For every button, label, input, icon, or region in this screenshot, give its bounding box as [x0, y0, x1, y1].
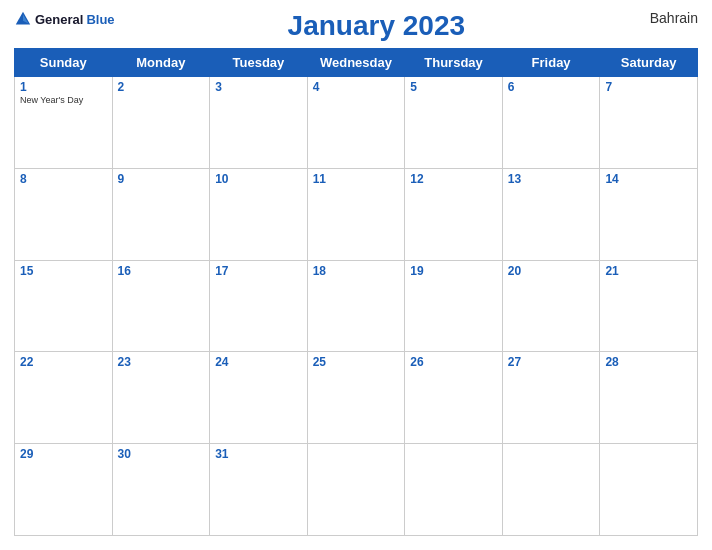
week-row-1: 1New Year's Day234567 [15, 77, 698, 169]
day-header-monday: Monday [112, 49, 210, 77]
day-number: 9 [118, 172, 205, 186]
day-header-friday: Friday [502, 49, 600, 77]
calendar-cell: 21 [600, 260, 698, 352]
calendar-cell: 17 [210, 260, 308, 352]
day-number: 21 [605, 264, 692, 278]
day-number: 28 [605, 355, 692, 369]
calendar-cell: 7 [600, 77, 698, 169]
calendar-cell: 18 [307, 260, 405, 352]
day-number: 4 [313, 80, 400, 94]
week-row-5: 293031 [15, 444, 698, 536]
day-header-tuesday: Tuesday [210, 49, 308, 77]
calendar-cell: 3 [210, 77, 308, 169]
day-number: 2 [118, 80, 205, 94]
calendar-cell: 15 [15, 260, 113, 352]
calendar-cell: 26 [405, 352, 503, 444]
day-number: 23 [118, 355, 205, 369]
week-row-4: 22232425262728 [15, 352, 698, 444]
calendar-table: SundayMondayTuesdayWednesdayThursdayFrid… [14, 48, 698, 536]
day-number: 16 [118, 264, 205, 278]
logo-icon [14, 10, 32, 28]
calendar-cell: 29 [15, 444, 113, 536]
calendar-cell: 9 [112, 168, 210, 260]
calendar-wrapper: General Blue January 2023 Bahrain Sunday… [0, 0, 712, 550]
day-number: 11 [313, 172, 400, 186]
calendar-cell: 11 [307, 168, 405, 260]
days-header-row: SundayMondayTuesdayWednesdayThursdayFrid… [15, 49, 698, 77]
calendar-cell: 6 [502, 77, 600, 169]
logo-area: General Blue [14, 10, 115, 28]
calendar-cell: 2 [112, 77, 210, 169]
calendar-cell: 13 [502, 168, 600, 260]
calendar-cell: 22 [15, 352, 113, 444]
day-number: 13 [508, 172, 595, 186]
day-number: 25 [313, 355, 400, 369]
logo-blue: Blue [86, 12, 114, 27]
holiday-label: New Year's Day [20, 95, 107, 105]
calendar-cell [307, 444, 405, 536]
day-number: 30 [118, 447, 205, 461]
day-number: 19 [410, 264, 497, 278]
day-number: 7 [605, 80, 692, 94]
day-header-saturday: Saturday [600, 49, 698, 77]
country-label: Bahrain [638, 10, 698, 26]
calendar-cell: 20 [502, 260, 600, 352]
calendar-cell: 8 [15, 168, 113, 260]
day-number: 24 [215, 355, 302, 369]
logo-text: General Blue [14, 10, 115, 28]
day-number: 29 [20, 447, 107, 461]
calendar-cell [502, 444, 600, 536]
calendar-cell: 1New Year's Day [15, 77, 113, 169]
day-number: 5 [410, 80, 497, 94]
day-number: 15 [20, 264, 107, 278]
calendar-cell: 16 [112, 260, 210, 352]
calendar-cell: 27 [502, 352, 600, 444]
day-number: 17 [215, 264, 302, 278]
calendar-cell [405, 444, 503, 536]
calendar-cell: 14 [600, 168, 698, 260]
calendar-cell: 5 [405, 77, 503, 169]
day-number: 26 [410, 355, 497, 369]
day-number: 14 [605, 172, 692, 186]
month-title: January 2023 [115, 10, 638, 42]
day-number: 20 [508, 264, 595, 278]
calendar-cell: 24 [210, 352, 308, 444]
day-number: 3 [215, 80, 302, 94]
calendar-cell: 12 [405, 168, 503, 260]
calendar-cell: 28 [600, 352, 698, 444]
day-number: 10 [215, 172, 302, 186]
day-header-wednesday: Wednesday [307, 49, 405, 77]
calendar-header: General Blue January 2023 Bahrain [14, 10, 698, 42]
calendar-cell: 19 [405, 260, 503, 352]
day-number: 31 [215, 447, 302, 461]
calendar-cell: 4 [307, 77, 405, 169]
day-header-sunday: Sunday [15, 49, 113, 77]
calendar-body: 1New Year's Day2345678910111213141516171… [15, 77, 698, 536]
day-number: 18 [313, 264, 400, 278]
calendar-cell: 23 [112, 352, 210, 444]
day-number: 22 [20, 355, 107, 369]
calendar-cell [600, 444, 698, 536]
day-number: 12 [410, 172, 497, 186]
day-header-thursday: Thursday [405, 49, 503, 77]
week-row-3: 15161718192021 [15, 260, 698, 352]
day-number: 1 [20, 80, 107, 94]
calendar-cell: 25 [307, 352, 405, 444]
day-number: 8 [20, 172, 107, 186]
day-number: 6 [508, 80, 595, 94]
calendar-cell: 10 [210, 168, 308, 260]
week-row-2: 891011121314 [15, 168, 698, 260]
calendar-cell: 31 [210, 444, 308, 536]
calendar-cell: 30 [112, 444, 210, 536]
day-number: 27 [508, 355, 595, 369]
logo-general: General [35, 12, 83, 27]
